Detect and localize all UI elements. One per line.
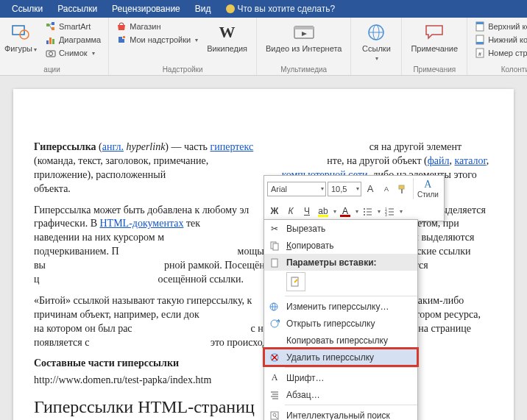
bullets-icon [362, 206, 372, 216]
tell-me-label: Что вы хотите сделать? [238, 4, 336, 14]
svg-rect-12 [123, 36, 125, 38]
separator [285, 296, 417, 296]
svg-rect-44 [293, 277, 297, 278]
svg-point-31 [364, 214, 365, 216]
ctx-open-hyperlink[interactable]: Открыть гиперссылку [264, 315, 417, 332]
italic-button[interactable]: К [283, 204, 298, 218]
font-name-combo[interactable]: Arial [267, 182, 326, 196]
pagenumber-icon: # [475, 48, 485, 58]
ctx-cut[interactable]: ✂ Вырезать [264, 220, 417, 237]
link-english[interactable]: англ. [102, 141, 124, 152]
globe-remove-icon [269, 352, 280, 363]
copy-icon [269, 240, 280, 252]
ctx-remove-hyperlink[interactable]: Удалить гиперссылку [264, 349, 417, 366]
online-video-button[interactable]: Видео из Интернета [263, 21, 344, 54]
tab-view[interactable]: Вид [188, 0, 219, 18]
shapes-button[interactable]: Фигуры▾ [1, 21, 40, 55]
svg-marker-15 [302, 32, 307, 36]
tab-review[interactable]: Рецензирование [105, 0, 188, 18]
smartart-label: SmartArt [59, 22, 91, 31]
footer-button[interactable]: Нижний колонтитул▾ [473, 34, 527, 46]
group-comments-label: Примечания [413, 65, 456, 74]
svg-rect-7 [46, 40, 49, 44]
ctx-smart-lookup[interactable]: Интеллектуальный поиск [264, 407, 417, 420]
format-painter-button[interactable] [395, 182, 410, 196]
paragraph-icon [269, 389, 280, 401]
link-hypertext[interactable]: гипертекс [211, 141, 254, 152]
video-icon [294, 22, 314, 43]
format-painter-icon [397, 184, 408, 194]
globe-open-icon [269, 318, 280, 330]
shapes-icon [10, 22, 31, 43]
svg-rect-8 [49, 38, 52, 44]
ctx-edit-hyperlink[interactable]: Изменить гиперссылку… [264, 298, 417, 315]
svg-rect-26 [401, 189, 403, 193]
wikipedia-icon: W [217, 22, 238, 43]
tell-me-search[interactable]: Что вы хотите сделать? [219, 0, 343, 18]
bullets-button[interactable] [360, 204, 375, 218]
ctx-copy-hyperlink[interactable]: Копировать гиперссылку [264, 332, 417, 349]
group-addins: Магазин Мои надстройки▾ W Википедия Надс… [109, 18, 257, 75]
wikipedia-button[interactable]: W Википедия [204, 21, 250, 54]
font-color-button[interactable]: A [338, 204, 353, 218]
svg-point-11 [49, 52, 52, 56]
screenshot-button[interactable]: Снимок▾ [44, 47, 102, 59]
styles-label: Стили [417, 191, 439, 199]
ctx-paragraph[interactable]: Абзац… [264, 386, 417, 403]
ctx-copy[interactable]: Копировать [264, 237, 417, 254]
font-size-combo[interactable]: 10,5 [328, 182, 361, 196]
group-comments: Примечание Примечания [402, 18, 467, 75]
svg-line-6 [49, 25, 52, 29]
mini-toolbar: Arial 10,5 A A A Стили Ж К Ч ab▾ A▾ ▾ 12… [264, 175, 445, 221]
footer-label: Нижний колонтитул [488, 35, 527, 44]
svg-rect-41 [272, 259, 277, 267]
svg-rect-25 [399, 185, 404, 189]
store-button[interactable]: Магазин [115, 21, 199, 32]
header-label: Верхний колонтитул [488, 22, 527, 31]
styles-button[interactable]: A Стили [413, 178, 441, 199]
svg-rect-4 [52, 27, 54, 30]
tab-references[interactable]: Ссылки [4, 0, 50, 18]
my-addins-button[interactable]: Мои надстройки▾ [115, 34, 199, 46]
highlight-button[interactable]: ab [316, 204, 330, 218]
paste-keep-formatting[interactable] [286, 272, 305, 291]
copy-rest: опировать [291, 241, 334, 251]
comment-label: Примечание [411, 44, 458, 53]
svg-line-5 [49, 24, 52, 25]
ctx-font[interactable]: A Шрифт… [264, 369, 417, 386]
separator [285, 405, 417, 405]
links-button[interactable]: Ссылки▾ [357, 21, 395, 64]
tab-mailings[interactable]: Рассылки [50, 0, 105, 18]
group-addins-label: Надстройки [163, 65, 203, 74]
header-button[interactable]: Верхний колонтитул▾ [473, 21, 527, 32]
store-label: Магазин [130, 22, 160, 31]
ctx-paste-options-header: Параметры вставки: [264, 254, 417, 271]
smartart-button[interactable]: SmartArt [44, 21, 102, 32]
link-file[interactable]: файл [428, 155, 450, 166]
new-comment-button[interactable]: Примечание [408, 21, 461, 54]
scissors-icon: ✂ [269, 223, 280, 235]
grow-font-button[interactable]: A [363, 182, 378, 196]
chart-button[interactable]: Диаграмма [44, 34, 102, 46]
underline-button[interactable]: Ч [300, 204, 314, 218]
bold-button[interactable]: Ж [267, 204, 282, 218]
shrink-font-button[interactable]: A [379, 182, 394, 196]
ctx-paste-options [264, 271, 417, 294]
chart-label: Диаграмма [59, 35, 101, 44]
ribbon: Фигуры▾ SmartArt Диаграмма [0, 18, 527, 76]
svg-rect-42 [273, 258, 276, 260]
page-number-button[interactable]: # Номер страницы▾ [473, 47, 527, 59]
svg-line-60 [275, 416, 277, 419]
link-catalog[interactable]: каталог [455, 155, 487, 166]
link-icon [366, 22, 386, 43]
camera-icon [46, 48, 56, 58]
numbering-button[interactable]: 123 [382, 204, 397, 218]
term-hyperlink: Гиперссылка [34, 141, 96, 152]
group-headerfooter-label: Колонтитулы [501, 65, 527, 74]
group-illustrations-label: ации [43, 65, 60, 74]
group-media: Видео из Интернета Мультимедиа [257, 18, 351, 75]
link-htmldoc[interactable]: HTML-документах [99, 218, 183, 229]
footer-icon [475, 35, 485, 45]
styles-icon: A [424, 179, 431, 191]
svg-rect-22 [476, 42, 484, 44]
